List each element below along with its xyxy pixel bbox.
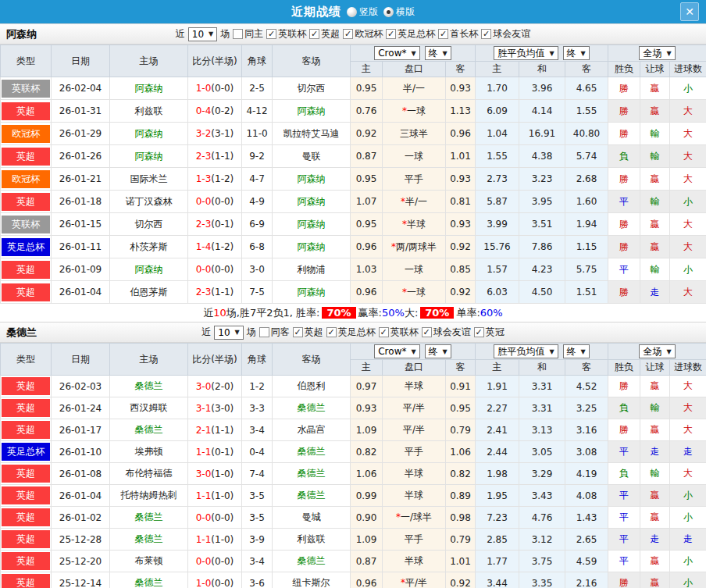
handicap-cell: *半球 <box>383 213 446 236</box>
league-badge: 英超 <box>2 552 50 570</box>
same-venue-filter[interactable]: 同主 <box>233 27 263 41</box>
avg-away-cell: 40.80 <box>565 123 608 145</box>
corner-cell: 2-5 <box>242 77 273 100</box>
final-avg-select[interactable]: 终▼ <box>563 46 590 60</box>
league-filter[interactable]: ✓首长杯 <box>438 27 478 41</box>
corner-cell: 3-4 <box>242 419 273 441</box>
radio-icon[interactable] <box>347 7 357 17</box>
league-filter[interactable]: ✓球会友谊 <box>481 27 530 41</box>
same-venue-checkbox[interactable] <box>233 29 243 39</box>
avg-away-cell: 1.94 <box>565 213 608 236</box>
home-odds-cell: 1.03 <box>351 258 383 281</box>
final-odds-select[interactable]: 终▼ <box>425 344 451 358</box>
layout-radio-horizontal[interactable]: 横版 <box>383 5 415 19</box>
final-odds-select[interactable]: 终▼ <box>425 46 451 60</box>
scope-select[interactable]: 全场▼ <box>639 46 675 60</box>
avg-away-cell: 1.60 <box>565 191 608 213</box>
league-checkbox[interactable]: ✓ <box>481 29 491 39</box>
league-filter[interactable]: ✓英联杯 <box>266 27 306 41</box>
home-odds-cell: 0.82 <box>351 441 383 463</box>
league-checkbox[interactable]: ✓ <box>438 29 448 39</box>
league-filter[interactable]: ✓英超 <box>309 27 340 41</box>
league-filter[interactable]: ✓英足总杯 <box>386 27 435 41</box>
league-checkbox[interactable]: ✓ <box>422 327 432 337</box>
same-venue-checkbox[interactable] <box>259 327 269 337</box>
date-cell: 26-01-04 <box>52 281 110 304</box>
corner-cell: 4-7 <box>242 168 273 191</box>
close-icon[interactable]: ✕ <box>680 2 699 21</box>
league-filter[interactable]: ✓英超 <box>293 326 323 339</box>
home-team-cell: 朴茨茅斯 <box>110 236 188 258</box>
avg-home-cell: 1.95 <box>476 485 519 507</box>
league-cell: 英超 <box>1 551 52 572</box>
handicap-group-header: Crow*▼ 终▼ <box>351 344 476 360</box>
date-cell: 26-02-04 <box>52 77 110 100</box>
col-date: 日期 <box>52 45 110 77</box>
avg-draw-cell: 3.29 <box>519 463 565 485</box>
final-avg-select[interactable]: 终▼ <box>563 344 590 358</box>
league-cell: 英超 <box>1 419 52 441</box>
odds-source-select[interactable]: Crow*▼ <box>374 344 419 358</box>
away-odds-cell: 0.92 <box>446 281 476 304</box>
league-checkbox[interactable]: ✓ <box>293 327 303 337</box>
recent-count-select[interactable]: 10▼ <box>214 326 243 340</box>
score-cell: 1-1(1-0) <box>188 529 242 551</box>
avg-odds-select[interactable]: 胜平负均值▼ <box>494 46 558 60</box>
handicap-result-cell: 走 <box>640 529 670 551</box>
league-badge: 英足总杯 <box>2 238 50 256</box>
league-checkbox[interactable]: ✓ <box>343 29 353 39</box>
result-cell: 勝 <box>608 168 640 191</box>
avg-home-cell: 3.44 <box>476 572 519 588</box>
same-venue-filter[interactable]: 同客 <box>259 326 290 339</box>
chevron-down-icon: ▼ <box>549 348 554 355</box>
date-cell: 26-01-18 <box>52 191 110 213</box>
league-badge: 英联杯 <box>2 216 50 233</box>
league-cell: 英足总杯 <box>1 236 52 258</box>
summary-segment: 10 <box>213 307 226 319</box>
score-cell: 1-1(0-1) <box>188 441 242 463</box>
home-team-cell: 桑德兰 <box>110 572 188 588</box>
league-filter[interactable]: ✓欧冠杯 <box>343 27 383 41</box>
league-filter[interactable]: ✓英联杯 <box>379 326 419 339</box>
radio-icon[interactable] <box>383 7 394 17</box>
league-checkbox[interactable]: ✓ <box>379 327 389 337</box>
league-checkbox[interactable]: ✓ <box>386 29 396 39</box>
corner-cell: 3-0 <box>242 258 273 281</box>
league-checkbox[interactable]: ✓ <box>474 327 484 337</box>
league-cell: 英足总杯 <box>1 441 52 463</box>
match-row: 英超26-01-24西汉姆联3-1(3-0)3-3桑德兰0.93平/半0.952… <box>1 397 706 419</box>
score-cell: 3-0(1-0) <box>188 463 242 485</box>
league-filter[interactable]: ✓英冠 <box>474 326 505 339</box>
away-team-cell: 阿森纳 <box>273 236 351 258</box>
avg-draw-cell: 16.91 <box>519 123 565 145</box>
goals-result-cell: 小 <box>670 258 706 281</box>
handicap-cell: 半球 <box>383 551 446 572</box>
corner-cell: 1-2 <box>242 376 273 397</box>
home-team-cell: 托特纳姆热刺 <box>110 485 188 507</box>
league-badge: 英超 <box>2 421 50 439</box>
away-team-cell: 桑德兰 <box>273 485 351 507</box>
avg-odds-select[interactable]: 胜平负均值▼ <box>494 344 558 358</box>
away-odds-cell: 1.13 <box>446 100 476 123</box>
league-filter[interactable]: ✓球会友谊 <box>422 326 471 339</box>
goals-result-cell: 大 <box>670 281 706 304</box>
summary-segment: 单率: <box>456 306 480 320</box>
date-cell: 26-01-21 <box>52 168 110 191</box>
handicap-cell: 平手 <box>383 529 446 551</box>
match-row: 英超25-12-20布莱顿0-0(0-0)3-4桑德兰0.87半球1.011.7… <box>1 551 706 572</box>
recent-count-select[interactable]: 10▼ <box>188 27 217 41</box>
home-team-cell: 阿森纳 <box>110 145 188 168</box>
scope-select[interactable]: 全场▼ <box>639 344 675 358</box>
league-cell: 英超 <box>1 507 52 529</box>
layout-radio-vertical[interactable]: 竖版 <box>347 5 378 19</box>
league-checkbox[interactable]: ✓ <box>326 327 337 337</box>
result-cell: 勝 <box>608 123 640 145</box>
home-odds-cell: 0.99 <box>351 485 383 507</box>
league-filter[interactable]: ✓英足总杯 <box>326 326 376 339</box>
league-badge: 英超 <box>2 508 50 526</box>
league-badge: 欧冠杯 <box>2 125 50 143</box>
league-checkbox[interactable]: ✓ <box>309 29 319 39</box>
league-checkbox[interactable]: ✓ <box>266 29 276 39</box>
summary-segment: 赢率: <box>358 306 382 320</box>
odds-source-select[interactable]: Crow*▼ <box>374 46 419 60</box>
